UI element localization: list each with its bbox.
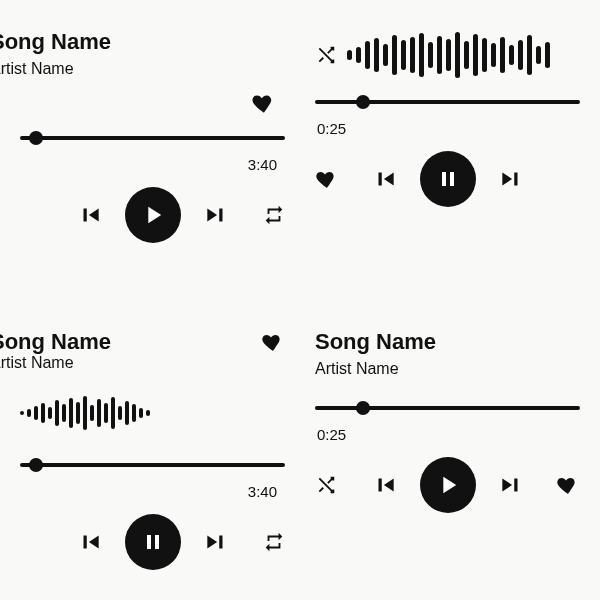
player-top-left: Song Name Artist Name 3:40 xyxy=(20,30,285,270)
song-title: Song Name xyxy=(315,330,580,354)
waveform xyxy=(347,30,580,80)
repeat-icon[interactable] xyxy=(263,204,285,226)
play-button[interactable] xyxy=(420,457,476,513)
artist-name: Artist Name xyxy=(315,360,580,378)
next-button[interactable] xyxy=(203,202,229,228)
progress-bar[interactable] xyxy=(20,128,285,148)
time-elapsed: 0:25 xyxy=(317,426,346,443)
next-button[interactable] xyxy=(498,166,524,192)
player-bottom-left: Song Name Artist Name 3:40 xyxy=(20,330,285,570)
time-elapsed: 0:25 xyxy=(317,120,346,137)
progress-bar[interactable] xyxy=(315,398,580,418)
repeat-icon[interactable] xyxy=(263,531,285,553)
pause-button[interactable] xyxy=(125,514,181,570)
artist-name: Artist Name xyxy=(0,60,285,78)
player-bottom-right: Song Name Artist Name 0:25 xyxy=(315,330,580,570)
play-button[interactable] xyxy=(125,187,181,243)
next-button[interactable] xyxy=(498,472,524,498)
waveform xyxy=(20,384,285,443)
next-button[interactable] xyxy=(203,529,229,555)
progress-bar[interactable] xyxy=(20,455,285,475)
pause-button[interactable] xyxy=(420,151,476,207)
song-title: Song Name xyxy=(0,330,111,354)
time-total: 3:40 xyxy=(248,156,277,173)
previous-button[interactable] xyxy=(372,472,398,498)
shuffle-icon[interactable] xyxy=(315,474,337,496)
shuffle-icon[interactable] xyxy=(315,44,337,66)
player-top-right: 0:25 xyxy=(315,30,580,270)
heart-icon[interactable] xyxy=(315,167,339,191)
artist-name: Artist Name xyxy=(0,354,111,372)
previous-button[interactable] xyxy=(372,166,398,192)
heart-icon[interactable] xyxy=(556,473,580,497)
previous-button[interactable] xyxy=(77,529,103,555)
heart-icon[interactable] xyxy=(261,330,285,354)
song-title: Song Name xyxy=(0,30,285,54)
heart-icon[interactable] xyxy=(251,90,277,116)
progress-bar[interactable] xyxy=(315,92,580,112)
time-total: 3:40 xyxy=(248,483,277,500)
previous-button[interactable] xyxy=(77,202,103,228)
